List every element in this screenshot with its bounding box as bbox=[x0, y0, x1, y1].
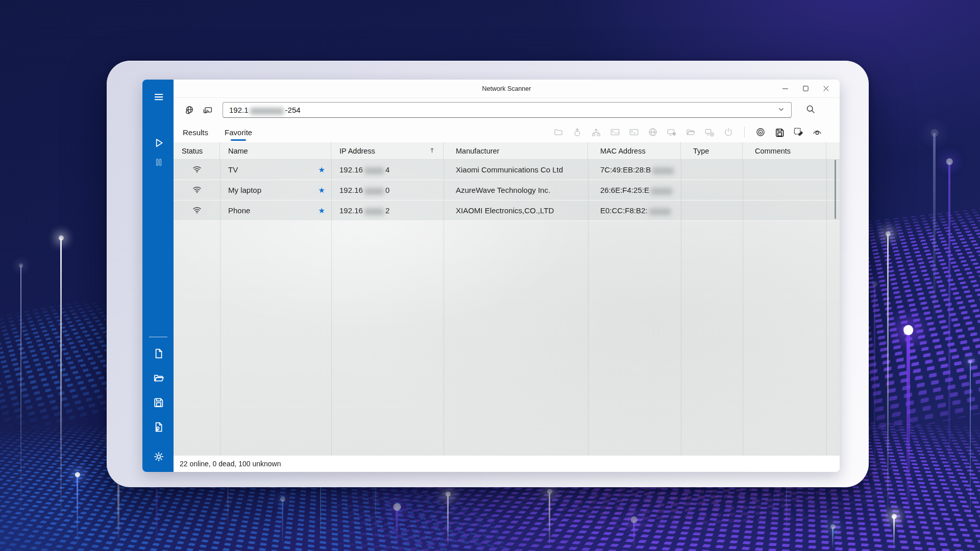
manufacturer-cell: AzureWave Technology Inc. bbox=[444, 180, 588, 200]
table-row[interactable]: Phone ★ 192.162 XIAOMI Electronics,CO.,L… bbox=[174, 201, 840, 221]
favorite-star-icon[interactable]: ★ bbox=[318, 186, 325, 194]
open-folder-icon bbox=[553, 127, 564, 137]
column-header-comments[interactable]: Comments bbox=[743, 142, 826, 159]
close-button[interactable] bbox=[817, 82, 835, 96]
ip-range-input[interactable]: 192.1-254 bbox=[223, 102, 792, 118]
comments-cell bbox=[743, 180, 826, 200]
table-row[interactable]: My laptop ★ 192.160 AzureWave Technology… bbox=[174, 180, 840, 201]
name-cell: Phone ★ bbox=[220, 201, 331, 220]
type-cell bbox=[681, 160, 743, 180]
preview-icon[interactable] bbox=[812, 127, 822, 137]
tab-favorite[interactable]: Favorite bbox=[223, 122, 254, 142]
table-header: Status Name IP Address Manufacturer MAC … bbox=[174, 142, 840, 160]
wifi-status-icon bbox=[192, 184, 202, 196]
background-streak bbox=[282, 499, 283, 551]
detect-ip-globe-icon[interactable] bbox=[182, 103, 197, 118]
column-header-status[interactable]: Status bbox=[174, 142, 220, 159]
ssh-terminal-icon: SSH bbox=[610, 127, 620, 137]
table-row[interactable]: TV ★ 192.164 Xiaomi Communications Co Lt… bbox=[174, 160, 840, 180]
ip-cell: 192.160 bbox=[331, 180, 444, 200]
device-security-icon bbox=[667, 127, 677, 137]
manufacturer-cell: Xiaomi Communications Co Ltd bbox=[444, 160, 588, 180]
spiral-icon[interactable] bbox=[755, 127, 766, 137]
device-name: TV bbox=[228, 165, 238, 174]
play-icon[interactable] bbox=[149, 133, 168, 152]
background-streak bbox=[60, 238, 62, 551]
status-cell bbox=[174, 180, 220, 200]
toolbar-separator bbox=[744, 127, 745, 138]
minimize-button[interactable] bbox=[776, 82, 794, 96]
menu-icon[interactable] bbox=[149, 87, 168, 106]
favorite-star-icon[interactable]: ★ bbox=[318, 166, 325, 173]
background-streak bbox=[948, 161, 950, 551]
name-cell: My laptop ★ bbox=[220, 180, 331, 200]
column-header-manufacturer[interactable]: Manufacturer bbox=[444, 142, 588, 159]
sidebar bbox=[142, 80, 174, 472]
open-file-icon[interactable] bbox=[149, 368, 168, 387]
device-name: Phone bbox=[228, 206, 250, 215]
background-streak bbox=[832, 527, 834, 551]
background-streak bbox=[633, 519, 635, 551]
column-header-type[interactable]: Type bbox=[681, 142, 743, 159]
chevron-down-icon bbox=[777, 106, 785, 115]
ip-history-dropdown[interactable] bbox=[773, 104, 789, 116]
tab-results[interactable]: Results bbox=[181, 122, 210, 142]
favorite-star-icon[interactable]: ★ bbox=[318, 207, 325, 214]
new-file-icon[interactable] bbox=[149, 343, 168, 363]
background-streak bbox=[887, 234, 889, 551]
window-title: Network Scanner bbox=[174, 85, 840, 92]
ip-cell: 192.164 bbox=[331, 160, 444, 180]
name-cell: TV ★ bbox=[220, 160, 331, 180]
vertical-scrollbar[interactable] bbox=[835, 160, 836, 219]
web-icon bbox=[648, 127, 658, 137]
table-body: TV ★ 192.164 Xiaomi Communications Co Lt… bbox=[174, 160, 840, 455]
column-header-filler bbox=[826, 142, 840, 159]
shared-folders-icon bbox=[685, 127, 696, 137]
action-icon-strip: SSH bbox=[553, 127, 822, 138]
status-cell bbox=[174, 201, 220, 220]
column-header-ip[interactable]: IP Address bbox=[331, 142, 444, 159]
redacted-mac-segment bbox=[649, 208, 671, 215]
comments-cell bbox=[743, 160, 826, 180]
save-file-icon[interactable] bbox=[149, 392, 168, 412]
comments-cell bbox=[743, 201, 826, 220]
background-streak bbox=[396, 507, 398, 551]
mac-cell: 7C:49:EB:28:B bbox=[588, 160, 681, 180]
background-streak bbox=[447, 494, 449, 551]
title-bar: Network Scanner bbox=[174, 80, 840, 98]
filler-cell bbox=[826, 160, 840, 180]
scan-toolbar: 192.1-254 bbox=[174, 98, 840, 122]
window-controls bbox=[776, 82, 840, 96]
redacted-ip-segment bbox=[250, 108, 284, 115]
column-header-mac[interactable]: MAC Address bbox=[588, 142, 681, 159]
background-streak bbox=[549, 491, 550, 551]
remote-scan-icon[interactable] bbox=[200, 103, 215, 118]
type-cell bbox=[681, 180, 743, 200]
remote-deploy-icon bbox=[591, 127, 601, 137]
search-icon bbox=[805, 104, 816, 116]
maximize-button[interactable] bbox=[797, 82, 814, 96]
clear-results-icon[interactable] bbox=[793, 127, 803, 137]
type-cell bbox=[681, 201, 743, 220]
terminal-icon bbox=[629, 127, 639, 137]
mac-cell: E0:CC:F8:B2: bbox=[588, 201, 681, 220]
add-device-icon bbox=[704, 127, 715, 137]
ip-range-prefix: 192.1 bbox=[229, 106, 249, 114]
background-streak bbox=[906, 330, 910, 551]
tabs-row: Results Favorite SSH bbox=[174, 122, 840, 142]
device-name: My laptop bbox=[228, 186, 261, 194]
column-header-name[interactable]: Name bbox=[220, 142, 331, 159]
background-streak bbox=[970, 361, 971, 551]
ip-range-suffix: -254 bbox=[285, 106, 301, 114]
export-file-icon[interactable] bbox=[149, 417, 168, 436]
settings-icon[interactable] bbox=[149, 446, 168, 466]
pause-icon bbox=[149, 152, 168, 171]
web-upload-icon bbox=[572, 127, 582, 137]
filler-cell bbox=[826, 201, 840, 220]
manufacturer-cell: XIAOMI Electronics,CO.,LTD bbox=[444, 201, 588, 220]
desktop-background: Network Scanner 192.1-254 bbox=[0, 0, 980, 551]
background-streak bbox=[933, 133, 936, 347]
start-scan-search-button[interactable] bbox=[803, 103, 818, 118]
save-icon[interactable] bbox=[774, 127, 785, 137]
app-window: Network Scanner 192.1-254 bbox=[142, 80, 840, 472]
